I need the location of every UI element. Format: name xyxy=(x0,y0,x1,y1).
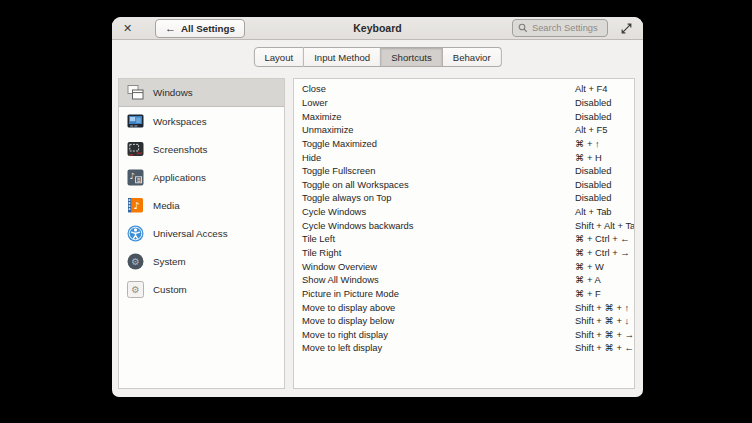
sidebar-item-universal-access[interactable]: Universal Access xyxy=(119,219,284,247)
shortcut-row-maximize[interactable]: MaximizeDisabled xyxy=(294,109,634,123)
search-input[interactable] xyxy=(532,23,602,33)
shortcut-binding: Shift + Alt + Tab xyxy=(575,220,635,231)
shortcut-binding: ⌘ + A xyxy=(575,274,601,285)
screenshots-icon: ✂ xyxy=(127,141,144,158)
category-sidebar: WindowsWorkspaces✂Screenshots♪BApplicati… xyxy=(118,78,285,389)
shortcut-action: Move to right display xyxy=(302,329,388,340)
shortcut-row-toggle-fullscreen[interactable]: Toggle FullscreenDisabled xyxy=(294,164,634,178)
svg-text:⚙: ⚙ xyxy=(131,284,140,295)
shortcut-action: Window Overview xyxy=(302,261,377,272)
windows-icon xyxy=(127,84,144,101)
back-arrow-icon: ← xyxy=(165,23,176,34)
custom-icon: ⚙ xyxy=(127,281,144,298)
shortcut-row-tile-right[interactable]: Tile Right⌘ + Ctrl + → xyxy=(294,246,634,260)
settings-window: ✕ ← All Settings Keyboard LayoutInput Me… xyxy=(112,17,643,397)
shortcut-action: Unmaximize xyxy=(302,124,354,135)
shortcut-action: Toggle Maximized xyxy=(302,138,377,149)
shortcut-binding: Disabled xyxy=(575,111,611,122)
shortcut-binding: Shift + ⌘ + ↓ xyxy=(575,315,629,326)
shortcut-action: Hide xyxy=(302,152,321,163)
shortcut-action: Tile Left xyxy=(302,233,335,244)
sidebar-item-applications[interactable]: ♪BApplications xyxy=(119,163,284,191)
sidebar-item-label: Universal Access xyxy=(153,228,228,239)
tab-input-method[interactable]: Input Method xyxy=(304,47,381,67)
shortcut-action: Toggle Fullscreen xyxy=(302,165,375,176)
shortcut-binding: ⌘ + H xyxy=(575,152,602,163)
shortcut-action: Move to left display xyxy=(302,342,382,353)
sidebar-item-system[interactable]: ⚙System xyxy=(119,247,284,275)
shortcut-row-move-to-display-below[interactable]: Move to display belowShift + ⌘ + ↓ xyxy=(294,314,634,328)
shortcut-action: Show All Windows xyxy=(302,274,379,285)
expand-icon[interactable] xyxy=(621,23,632,34)
all-settings-button[interactable]: ← All Settings xyxy=(155,19,245,38)
shortcut-row-hide[interactable]: Hide⌘ + H xyxy=(294,150,634,164)
shortcut-binding: ⌘ + W xyxy=(575,261,604,272)
svg-text:✂: ✂ xyxy=(136,148,142,157)
sidebar-item-label: Screenshots xyxy=(153,144,207,155)
svg-text:♪: ♪ xyxy=(130,171,135,181)
tab-layout[interactable]: Layout xyxy=(253,47,304,67)
shortcut-row-move-to-left-display[interactable]: Move to left displayShift + ⌘ + ← xyxy=(294,341,634,355)
sidebar-item-workspaces[interactable]: Workspaces xyxy=(119,107,284,135)
svg-text:B: B xyxy=(137,176,141,182)
sidebar-item-label: Custom xyxy=(153,284,187,295)
tab-bar: LayoutInput MethodShortcutsBehavior xyxy=(253,47,501,67)
shortcut-row-move-to-right-display[interactable]: Move to right displayShift + ⌘ + → xyxy=(294,328,634,342)
shortcut-row-toggle-maximized[interactable]: Toggle Maximized⌘ + ↑ xyxy=(294,137,634,151)
shortcut-action: Close xyxy=(302,83,326,94)
system-icon: ⚙ xyxy=(127,253,144,270)
all-settings-label: All Settings xyxy=(181,23,235,34)
shortcut-action: Toggle on all Workspaces xyxy=(302,179,409,190)
shortcut-row-picture-in-picture-mode[interactable]: Picture in Picture Mode⌘ + F xyxy=(294,287,634,301)
search-box[interactable] xyxy=(512,19,608,37)
shortcut-binding: Disabled xyxy=(575,165,611,176)
svg-text:⚙: ⚙ xyxy=(131,256,140,267)
universal-access-icon xyxy=(127,225,144,242)
shortcut-binding: Alt + F5 xyxy=(575,124,608,135)
close-icon[interactable]: ✕ xyxy=(123,23,137,34)
sidebar-item-label: Windows xyxy=(153,87,193,98)
shortcut-row-lower[interactable]: LowerDisabled xyxy=(294,96,634,110)
shortcut-row-tile-left[interactable]: Tile Left⌘ + Ctrl + ← xyxy=(294,232,634,246)
search-icon xyxy=(518,23,528,33)
svg-text:♪: ♪ xyxy=(134,199,140,210)
shortcut-row-cycle-windows[interactable]: Cycle WindowsAlt + Tab xyxy=(294,205,634,219)
shortcut-action: Toggle always on Top xyxy=(302,192,391,203)
titlebar: ✕ ← All Settings Keyboard xyxy=(112,17,643,40)
shortcut-binding: Shift + ⌘ + ← xyxy=(575,342,634,353)
sidebar-item-screenshots[interactable]: ✂Screenshots xyxy=(119,135,284,163)
shortcut-binding: Shift + ⌘ + ↑ xyxy=(575,302,629,313)
sidebar-item-label: System xyxy=(153,256,186,267)
shortcut-row-cycle-windows-backwards[interactable]: Cycle Windows backwardsShift + Alt + Tab xyxy=(294,218,634,232)
shortcut-binding: ⌘ + Ctrl + ← xyxy=(575,233,630,244)
shortcut-row-toggle-always-on-top[interactable]: Toggle always on TopDisabled xyxy=(294,191,634,205)
shortcut-action: Cycle Windows xyxy=(302,206,366,217)
tab-shortcuts[interactable]: Shortcuts xyxy=(381,47,443,67)
sidebar-item-custom[interactable]: ⚙Custom xyxy=(119,275,284,303)
shortcut-list: CloseAlt + F4LowerDisabledMaximizeDisabl… xyxy=(293,78,635,389)
media-icon: ♪ xyxy=(127,197,144,214)
shortcut-action: Maximize xyxy=(302,111,342,122)
shortcut-binding: ⌘ + Ctrl + → xyxy=(575,247,630,258)
shortcut-action: Lower xyxy=(302,97,328,108)
tab-behavior[interactable]: Behavior xyxy=(443,47,502,67)
shortcut-action: Picture in Picture Mode xyxy=(302,288,399,299)
applications-icon: ♪B xyxy=(127,169,144,186)
shortcut-action: Cycle Windows backwards xyxy=(302,220,414,231)
shortcut-binding: Disabled xyxy=(575,179,611,190)
shortcut-row-unmaximize[interactable]: UnmaximizeAlt + F5 xyxy=(294,123,634,137)
shortcut-row-close[interactable]: CloseAlt + F4 xyxy=(294,82,634,96)
sidebar-item-label: Workspaces xyxy=(153,116,207,127)
shortcut-row-toggle-on-all-workspaces[interactable]: Toggle on all WorkspacesDisabled xyxy=(294,177,634,191)
sidebar-item-media[interactable]: ♪Media xyxy=(119,191,284,219)
shortcut-binding: Alt + Tab xyxy=(575,206,612,217)
shortcut-row-window-overview[interactable]: Window Overview⌘ + W xyxy=(294,259,634,273)
sidebar-item-label: Media xyxy=(153,200,180,211)
shortcut-row-move-to-display-above[interactable]: Move to display aboveShift + ⌘ + ↑ xyxy=(294,300,634,314)
sidebar-item-windows[interactable]: Windows xyxy=(119,79,284,107)
shortcut-action: Tile Right xyxy=(302,247,341,258)
sidebar-item-label: Applications xyxy=(153,172,206,183)
shortcut-binding: Alt + F4 xyxy=(575,83,608,94)
shortcut-row-show-all-windows[interactable]: Show All Windows⌘ + A xyxy=(294,273,634,287)
shortcut-action: Move to display below xyxy=(302,315,394,326)
